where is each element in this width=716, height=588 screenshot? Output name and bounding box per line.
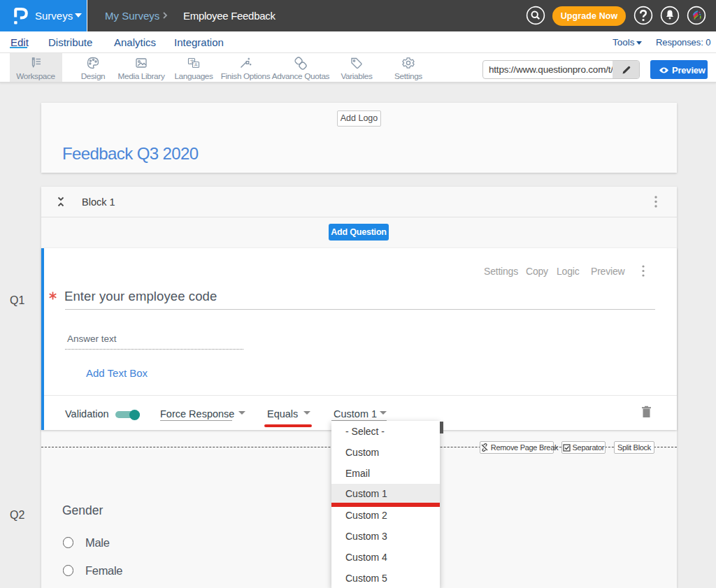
svg-text:A: A [194, 62, 198, 67]
